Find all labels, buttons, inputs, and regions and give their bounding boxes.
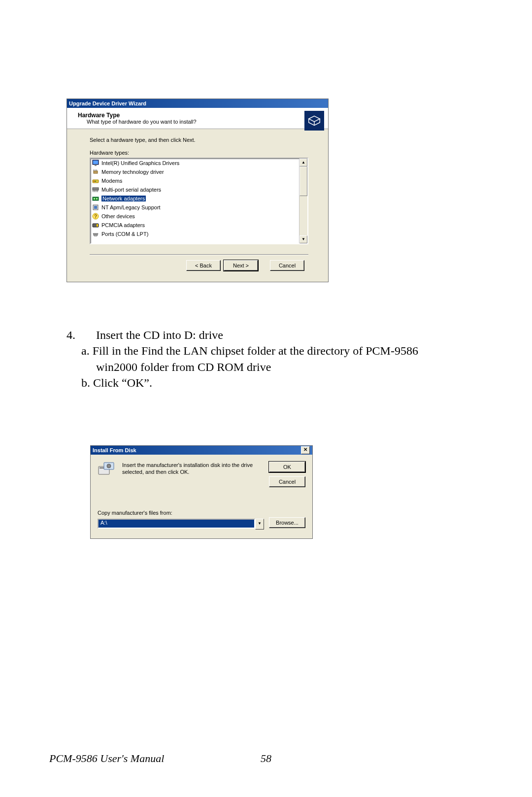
page-footer: PCM-9586 User's Manual 58 xyxy=(49,752,483,765)
divider xyxy=(90,254,308,255)
copy-from-label: Copy manufacturer's files from: xyxy=(98,510,305,516)
listbox-scrollbar[interactable]: ▲ ▼ xyxy=(299,159,307,243)
list-item-label: NT Apm/Legacy Support xyxy=(101,204,161,210)
hardware-types-listbox[interactable]: Intel(R) Unified Graphics DriversMemory … xyxy=(90,158,308,244)
wizard-dialog: Upgrade Device Driver Wizard Hardware Ty… xyxy=(66,99,329,282)
hardware-icon xyxy=(304,111,324,131)
svg-text:?: ? xyxy=(94,214,97,219)
list-item[interactable]: Memory technology driver xyxy=(91,167,299,176)
list-item[interactable]: Network adapters xyxy=(91,194,299,203)
svg-rect-1 xyxy=(93,161,98,164)
list-item-label: Modems xyxy=(101,178,122,184)
svg-rect-19 xyxy=(97,224,98,227)
hardware-types-label: Hardware types: xyxy=(90,150,308,156)
step-text: Insert the CD into D: drive xyxy=(96,327,223,343)
svg-rect-12 xyxy=(94,198,95,199)
list-item[interactable]: Multi-port serial adapters xyxy=(91,185,299,194)
list-item[interactable]: ?Other devices xyxy=(91,212,299,221)
path-dropdown-button[interactable]: ▼ xyxy=(255,519,264,530)
list-item-label: Intel(R) Unified Graphics Drivers xyxy=(101,160,179,166)
monitor-icon xyxy=(92,159,100,167)
port-icon xyxy=(92,230,100,238)
document-body: 4. Insert the CD into D: drive a. Fill i… xyxy=(66,327,451,391)
step-number: 4. xyxy=(66,327,96,343)
page-number: 58 xyxy=(261,752,271,765)
wizard-heading: Hardware Type xyxy=(78,112,323,119)
scroll-thumb[interactable] xyxy=(299,166,307,196)
ok-button[interactable]: OK xyxy=(269,462,305,472)
floppy-disk-icon xyxy=(98,462,115,476)
list-item-label: Network adapters xyxy=(101,196,146,201)
list-item-label: Memory technology driver xyxy=(101,169,164,175)
svg-point-26 xyxy=(107,464,111,468)
close-icon[interactable]: ✕ xyxy=(301,446,310,454)
svg-point-8 xyxy=(94,181,95,182)
list-item[interactable]: NT Apm/Legacy Support xyxy=(91,203,299,212)
chip-icon xyxy=(92,168,100,176)
list-item[interactable]: Modems xyxy=(91,176,299,185)
wizard-header: Hardware Type What type of hardware do y… xyxy=(67,108,328,129)
install-from-disk-dialog: Install From Disk ✕ Insert the manufactu… xyxy=(90,445,313,539)
svg-point-20 xyxy=(94,234,95,235)
svg-rect-2 xyxy=(95,165,97,166)
svg-rect-10 xyxy=(93,188,99,190)
list-item[interactable]: Ports (COM & LPT) xyxy=(91,230,299,238)
install-cancel-button[interactable]: Cancel xyxy=(269,476,305,487)
modem-icon xyxy=(92,177,100,185)
wizard-titlebar[interactable]: Upgrade Device Driver Wizard xyxy=(67,99,328,108)
install-title: Install From Disk xyxy=(93,446,136,455)
svg-point-21 xyxy=(95,234,96,235)
wizard-subheading: What type of hardware do you want to ins… xyxy=(78,119,323,125)
list-item[interactable]: PCMCIA adapters xyxy=(91,221,299,230)
install-titlebar[interactable]: Install From Disk ✕ xyxy=(91,446,312,455)
wizard-instruction: Select a hardware type, and then click N… xyxy=(90,137,308,143)
network-icon xyxy=(92,195,100,202)
scroll-up-button[interactable]: ▲ xyxy=(299,159,307,166)
question-icon: ? xyxy=(92,212,100,220)
svg-rect-15 xyxy=(94,206,97,209)
install-message: Insert the manufacturer's installation d… xyxy=(122,462,262,487)
list-item[interactable]: Intel(R) Unified Graphics Drivers xyxy=(91,159,299,167)
svg-point-9 xyxy=(95,181,96,182)
list-item-label: Ports (COM & LPT) xyxy=(101,231,148,237)
browse-button[interactable]: Browse... xyxy=(269,517,305,528)
next-button[interactable]: Next > xyxy=(224,260,258,271)
list-item-label: Other devices xyxy=(101,213,135,219)
scroll-down-button[interactable]: ▼ xyxy=(299,235,307,243)
list-item-label: PCMCIA adapters xyxy=(101,222,145,228)
footer-manual-title: PCM-9586 User's Manual xyxy=(49,752,164,764)
list-item-label: Multi-port serial adapters xyxy=(101,187,161,193)
pcmcia-icon xyxy=(92,221,100,229)
svg-point-22 xyxy=(96,234,97,235)
substep-b: b. Click “OK”. xyxy=(66,375,451,391)
path-input[interactable]: A:\ xyxy=(98,519,255,529)
svg-rect-11 xyxy=(93,197,99,200)
svg-rect-13 xyxy=(96,198,98,199)
cancel-button[interactable]: Cancel xyxy=(270,260,304,271)
legacy-icon xyxy=(92,203,100,211)
serial-icon xyxy=(92,186,100,194)
svg-rect-3 xyxy=(94,171,98,173)
substep-a: a. Fill in the Find the LAN chipset fold… xyxy=(81,343,451,375)
back-button[interactable]: < Back xyxy=(186,260,221,271)
